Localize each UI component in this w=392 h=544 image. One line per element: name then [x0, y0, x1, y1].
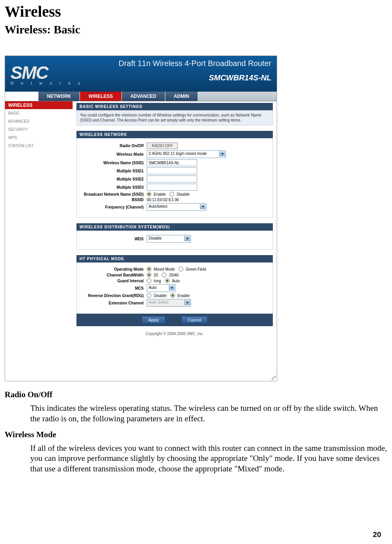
- mssid2-label: Multiple SSID2: [80, 177, 147, 181]
- extension-channel-label: Extension Channel: [80, 301, 147, 305]
- top-nav: NETWORK WIRELESS ADVANCED ADMIN: [5, 92, 277, 101]
- mssid3-label: Multiple SSID3: [80, 185, 147, 189]
- apply-button[interactable]: Apply: [142, 316, 166, 324]
- sidebar-item-stationlist[interactable]: STATION LIST: [5, 142, 73, 150]
- mcs-select[interactable]: Auto: [147, 284, 175, 292]
- wireless-mode-value: 2.4GHz 802.11 b/g/n mixed mode: [149, 151, 207, 156]
- sidebar-item-wps[interactable]: WPS: [5, 134, 73, 142]
- doc-mode-heading: Wireless Mode: [5, 429, 387, 440]
- section-wds-head: WIRELESS DISTRIBUTION SYSTEM(WDS): [76, 223, 273, 231]
- router-admin-screenshot: SMC N e t w o r k s Draft 11n Wireless 4…: [5, 56, 277, 381]
- brand-logo-sub: N e t w o r k s: [10, 81, 92, 85]
- banner-product-title: Draft 11n Wireless 4-Port Broadband Rout…: [92, 59, 271, 68]
- frequency-select[interactable]: AutoSelect: [147, 203, 206, 211]
- main-content: BASIC WIRELESS SETTINGS You could config…: [73, 101, 277, 381]
- doc-radio-paragraph: This indicates the wireless operating st…: [30, 403, 387, 424]
- extension-channel-value: Auto Select: [149, 300, 168, 304]
- bssid-label: BSSID: [80, 198, 147, 202]
- doc-radio-heading: Radio On/Off: [5, 389, 387, 400]
- tab-advanced[interactable]: ADVANCED: [122, 92, 165, 101]
- action-bar: Apply Cancel: [76, 314, 273, 326]
- tab-network[interactable]: NETWORK: [38, 92, 80, 101]
- wds-select[interactable]: Disable: [147, 235, 191, 243]
- mssid1-label: Multiple SSID1: [80, 169, 147, 173]
- copyright-text: Copyright © 2004-2008 SMC, Inc.: [76, 326, 273, 343]
- bw-2040-label: 20/40: [169, 273, 179, 277]
- rdg-label: Reverse Direction Grant(RDG): [80, 294, 147, 298]
- rdg-disable-label: Disable: [154, 294, 167, 298]
- sidebar-item-basic[interactable]: BASIC: [5, 109, 73, 117]
- wireless-mode-select[interactable]: 2.4GHz 802.11 b/g/n mixed mode: [147, 150, 226, 158]
- frequency-label: Frequency (Channel): [80, 205, 147, 209]
- brand-logo: SMC N e t w o r k s: [5, 56, 92, 92]
- rdg-enable-radio[interactable]: [170, 293, 175, 298]
- page-number: 20: [373, 530, 381, 539]
- opmode-green-radio[interactable]: [179, 267, 183, 271]
- page-title-h1: Wireless: [5, 2, 387, 21]
- broadcast-enable-radio[interactable]: [147, 192, 151, 196]
- section-wds-panel: WDS Disable: [76, 231, 273, 250]
- radio-onoff-label: Radio On/Off: [80, 144, 147, 148]
- broadcast-ssid-label: Broadcast Network Name (SSID): [80, 192, 147, 196]
- gi-long-label: long: [154, 279, 161, 283]
- section-ht-panel: Operating Mode Mixed Mode Green Field Ch…: [76, 262, 273, 314]
- chevron-down-icon: [184, 300, 190, 305]
- mssid2-input[interactable]: [147, 176, 197, 182]
- sidebar-heading: WIRELESS: [5, 101, 73, 109]
- gi-auto-label: Auto: [172, 279, 180, 283]
- section-basic-head: BASIC WIRELESS SETTINGS: [76, 103, 273, 110]
- sidebar: WIRELESS BASIC ADVANCED SECURITY WPS STA…: [5, 101, 73, 381]
- section-wnet-head: WIRELESS NETWORK: [76, 131, 273, 138]
- opmode-green-label: Green Field: [186, 267, 206, 271]
- banner: SMC N e t w o r k s Draft 11n Wireless 4…: [5, 56, 277, 92]
- opmode-mixed-radio[interactable]: [147, 267, 151, 271]
- bw-20-label: 20: [154, 273, 158, 277]
- tab-admin[interactable]: ADMIN: [165, 92, 198, 101]
- operating-mode-label: Operating Mode: [80, 267, 147, 271]
- gi-long-radio[interactable]: [147, 278, 151, 283]
- sidebar-item-advanced[interactable]: ADVANCED: [5, 117, 73, 125]
- bandwidth-label: Channel BandWidth: [80, 273, 147, 277]
- opmode-mixed-label: Mixed Mode: [154, 267, 175, 271]
- chevron-down-icon: [200, 204, 206, 209]
- wireless-mode-label: Wireless Mode: [80, 152, 147, 156]
- doc-body: Radio On/Off This indicates the wireless…: [5, 389, 387, 474]
- bssid-value: 00:11:E0:02:E1:36: [147, 198, 179, 202]
- broadcast-enable-label: Enable: [154, 192, 166, 196]
- cancel-button[interactable]: Cancel: [181, 316, 208, 324]
- radio-off-button[interactable]: RADIO OFF: [147, 143, 178, 149]
- ssid-label: Wireless Name (SSID): [80, 161, 147, 165]
- gi-auto-radio[interactable]: [165, 278, 170, 283]
- broadcast-disable-label: Disable: [177, 192, 189, 196]
- section-wnet-panel: Radio On/Off RADIO OFF Wireless Mode 2.4…: [76, 138, 273, 218]
- bw-20-radio[interactable]: [147, 273, 151, 277]
- rdg-enable-label: Enable: [177, 294, 189, 298]
- broadcast-disable-radio[interactable]: [170, 192, 174, 196]
- bw-2040-radio[interactable]: [162, 273, 167, 277]
- chevron-down-icon: [169, 285, 175, 290]
- mcs-value: Auto: [149, 285, 157, 290]
- chevron-down-icon: [184, 236, 190, 241]
- tab-wireless[interactable]: WIRELESS: [80, 92, 121, 101]
- extension-channel-select: Auto Select: [147, 299, 191, 307]
- guard-interval-label: Guard Interval: [80, 279, 147, 283]
- section-basic-desc: You could configure the minimum number o…: [76, 110, 273, 125]
- doc-mode-paragraph: If all of the wireless devices you want …: [30, 443, 387, 474]
- brand-logo-text: SMC: [10, 62, 92, 83]
- frequency-value: AutoSelect: [149, 204, 167, 209]
- banner-model: SMCWBR14S-NL: [92, 73, 271, 82]
- ssid-input[interactable]: [147, 159, 197, 166]
- chevron-down-icon: [219, 151, 225, 156]
- page-title-h2: Wireless: Basic: [5, 23, 387, 36]
- rdg-disable-radio[interactable]: [147, 293, 151, 298]
- section-ht-head: HT PHYSICAL MODE: [76, 255, 273, 262]
- mssid1-input[interactable]: [147, 167, 197, 174]
- mcs-label: MCS: [80, 286, 147, 290]
- wds-value: Disable: [149, 236, 161, 240]
- mssid3-input[interactable]: [147, 184, 197, 191]
- sidebar-item-security[interactable]: SECURITY: [5, 125, 73, 134]
- resize-grip-icon: [271, 375, 276, 380]
- wds-label: WDS: [80, 237, 147, 241]
